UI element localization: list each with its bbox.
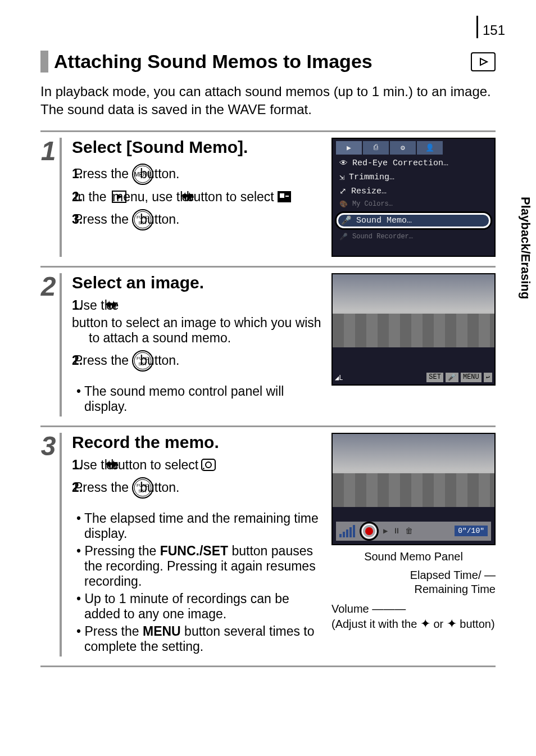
svg-point-13 xyxy=(133,351,153,371)
image-size-indicator: ◢L xyxy=(335,374,343,382)
step-3-bullet-1: • The elapsed time and the remaining tim… xyxy=(72,511,322,541)
step-1-screenshot: ▶ ⎙ ⚙ 👤 👁Red-Eye Correction… ⇲Trimming… … xyxy=(331,138,496,257)
svg-point-18 xyxy=(206,462,211,468)
step-3-bullet-3: • Up to 1 minute of recordings can be ad… xyxy=(72,591,322,622)
func-set-button-icon: FUNCSET xyxy=(131,349,155,373)
menu-button-icon: MENU xyxy=(131,162,155,186)
record-icon xyxy=(201,458,216,472)
svg-point-19 xyxy=(133,478,153,498)
step-3-heading: Record the memo. xyxy=(72,433,322,452)
step-2-item-1: 1. Use the ✦ or ✦ button to select an im… xyxy=(72,298,322,346)
step-3-item-2: 2. Press the FUNCSET button. xyxy=(72,476,322,500)
step-number-3: 3 xyxy=(40,433,62,657)
svg-point-9 xyxy=(133,210,153,230)
step-2-bullet-1: • The sound memo control panel will disp… xyxy=(72,384,322,414)
step-2-screenshot: 🎤 Sound Memo ◢L SET 🎤 MENU ↩ xyxy=(331,273,496,386)
svg-text:SET: SET xyxy=(138,220,147,225)
svg-text:FUNC: FUNC xyxy=(137,483,149,488)
menu-tab-mycamera: 👤 xyxy=(417,141,443,155)
svg-text:FUNC: FUNC xyxy=(137,215,149,220)
panel-control-icons: ▶ ⏸ 🗑 xyxy=(383,526,413,536)
record-button xyxy=(360,522,379,541)
menu-item-resize: ⤢Resize… xyxy=(337,184,490,198)
page-title: Attaching Sound Memos to Images xyxy=(40,51,373,73)
svg-text:SET: SET xyxy=(138,488,147,494)
menu-tab-setup: ⚙ xyxy=(390,141,416,155)
menu-item-trimming: ⇲Trimming… xyxy=(337,170,490,184)
menu-tab-play: ▶ xyxy=(336,141,362,155)
menu-item-redeye: 👁Red-Eye Correction… xyxy=(337,157,490,170)
step-1-item-1: 1. Press the MENU button. xyxy=(72,162,322,186)
playback-mode-icon xyxy=(471,52,496,71)
step-2-heading: Select an image. xyxy=(72,273,322,292)
svg-point-10 xyxy=(134,211,151,228)
svg-text:SET: SET xyxy=(138,361,147,366)
back-tag: ↩ xyxy=(484,373,492,382)
menu-tab-print: ⎙ xyxy=(363,141,389,155)
annotation-time: Elapsed Time/ —Remaining Time xyxy=(331,568,496,596)
annotation-volume: Volume ——— xyxy=(331,602,496,616)
menu-item-soundmemo: 🎤Sound Memo… xyxy=(335,211,492,230)
step-number-1: 1 xyxy=(40,138,62,257)
section-tab: Playback/Erasing xyxy=(517,191,534,305)
svg-rect-7 xyxy=(280,193,284,198)
step-3-item-1: 1. Use the ✦ or ✦ button to select . xyxy=(72,458,322,473)
intro-paragraph: In playback mode, you can attach sound m… xyxy=(40,83,496,119)
play-tab-icon xyxy=(111,190,127,203)
svg-point-14 xyxy=(134,352,151,369)
step-3-bullet-2: • Pressing the FUNC./SET button pauses t… xyxy=(72,544,322,589)
step-1-heading: Select [Sound Memo]. xyxy=(72,138,322,157)
svg-point-20 xyxy=(134,479,151,496)
step-3-screenshot: 🎤 Sound Memo ▶ ⏸ 🗑 0"/10" xyxy=(331,433,496,545)
time-display: 0"/10" xyxy=(455,526,488,536)
svg-rect-8 xyxy=(285,196,289,197)
svg-text:MENU: MENU xyxy=(134,171,151,178)
menu-item-soundrecorder: 🎤Sound Recorder… xyxy=(337,231,490,243)
svg-rect-17 xyxy=(202,459,215,470)
mic-tag: 🎤 xyxy=(446,373,458,382)
set-tag: SET xyxy=(426,373,443,382)
annotation-volume-hint: (Adjust it with the ✦ or ✦ button) xyxy=(331,616,496,632)
volume-bars xyxy=(339,525,355,537)
svg-rect-4 xyxy=(112,191,126,202)
menu-tag: MENU xyxy=(461,373,482,382)
step-3-bullet-4: • Press the MENU button several times to… xyxy=(72,624,322,654)
svg-text:FUNC: FUNC xyxy=(137,356,149,361)
annotation-panel: Sound Memo Panel xyxy=(331,550,496,564)
func-set-button-icon: FUNCSET xyxy=(131,208,155,232)
step-number-2: 2 xyxy=(40,273,62,417)
sound-memo-icon xyxy=(276,190,292,203)
svg-marker-0 xyxy=(480,58,487,65)
svg-marker-5 xyxy=(117,194,122,200)
step-1-item-2: 2. In the menu, use the ✦ or ✦ button to… xyxy=(72,189,322,205)
sound-memo-control-panel: ▶ ⏸ 🗑 0"/10" xyxy=(336,522,491,541)
menu-item-mycolors: 🎨My Colors… xyxy=(337,198,490,210)
step-1-item-3: 3. Press the FUNCSET button. xyxy=(72,208,322,232)
func-set-button-icon: FUNCSET xyxy=(131,476,155,500)
page-number: 151 xyxy=(476,16,505,38)
step-2-item-2: 2. Press the FUNCSET button. xyxy=(72,349,322,373)
